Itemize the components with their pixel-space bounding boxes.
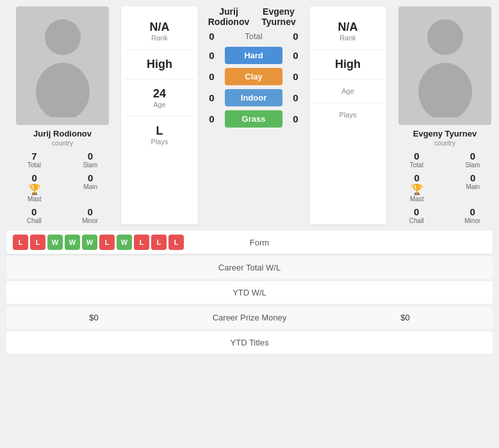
career-wl-label: Career Total W/L xyxy=(172,263,327,272)
right-main-value: 0 xyxy=(466,172,480,183)
left-plays-label: Plays xyxy=(124,138,195,145)
right-player-card: Evgeny Tyurnev country 0 Total 0 Slam 0 … xyxy=(389,6,499,224)
left-plays-value: L xyxy=(124,124,195,138)
right-chall: 0 Chall xyxy=(409,206,424,224)
hard-label: Hard xyxy=(225,47,282,64)
right-player-photo xyxy=(398,6,491,125)
left-middle-stats: N/A Rank High 24 Age L Plays xyxy=(121,6,198,224)
right-name-display: EvgenyTyurnev xyxy=(254,6,304,27)
total-right-score: 0 xyxy=(288,31,304,42)
clay-right-score: 0 xyxy=(288,71,304,82)
form-row: LLWWWLWLLL Form xyxy=(6,231,493,254)
form-badge-l: L xyxy=(30,235,45,250)
left-rank-label: Rank xyxy=(124,34,195,42)
left-slam: 0 Slam xyxy=(83,151,97,169)
left-minor: 0 Minor xyxy=(82,206,98,224)
right-mast-label: Mast xyxy=(410,195,424,203)
right-player-stats-row3: 0 Chall 0 Minor xyxy=(389,206,499,224)
left-age-block: 24 Age xyxy=(124,79,195,117)
right-minor: 0 Minor xyxy=(464,206,480,224)
right-plays-block: Plays xyxy=(313,103,383,126)
svg-point-0 xyxy=(45,19,81,55)
right-player-name: Evgeny Tyurnev xyxy=(413,129,477,138)
svg-point-2 xyxy=(427,19,463,55)
main-container: Jurij Rodionov country 7 Total 0 Slam 0 … xyxy=(0,0,499,354)
left-slam-label: Slam xyxy=(83,162,97,169)
left-player-stats-row3: 0 Chall 0 Minor xyxy=(6,206,119,224)
hard-right-score: 0 xyxy=(288,50,304,61)
left-main: 0 Main xyxy=(83,172,97,203)
clay-row: 0 Clay 0 xyxy=(204,68,304,85)
right-main: 0 Main xyxy=(466,172,480,203)
right-rank-label: Rank xyxy=(313,34,383,42)
right-mast-value: 0 xyxy=(410,172,424,183)
form-badge-w: W xyxy=(82,235,97,250)
left-total: 7 Total xyxy=(28,151,41,169)
comparison-section: Jurij Rodionov country 7 Total 0 Slam 0 … xyxy=(0,0,499,231)
right-plays-label: Plays xyxy=(313,111,383,119)
left-rank-block: N/A Rank xyxy=(124,13,195,50)
form-badge-w: W xyxy=(65,235,80,250)
right-total-value: 0 xyxy=(410,151,423,162)
bottom-section: LLWWWLWLLL Form Career Total W/L YTD W/L… xyxy=(6,231,493,354)
form-badge-l: L xyxy=(151,235,167,250)
total-row: 0 Total 0 xyxy=(204,31,304,42)
left-chall-label: Chall xyxy=(27,217,42,224)
left-player-photo xyxy=(16,6,109,125)
right-rank-value: N/A xyxy=(313,21,383,34)
right-chall-value: 0 xyxy=(409,206,424,217)
center-section: JurijRodionov EvgenyTyurnev 0 Total 0 0 … xyxy=(200,6,307,224)
right-chall-label: Chall xyxy=(409,217,424,224)
left-age-label: Age xyxy=(124,101,195,108)
right-main-label: Main xyxy=(466,183,480,190)
indoor-label: Indoor xyxy=(225,89,282,106)
right-player-country: country xyxy=(434,140,455,147)
ytd-wl-row: YTD W/L xyxy=(6,281,493,304)
left-main-value: 0 xyxy=(83,172,97,183)
form-badge-w: W xyxy=(47,235,63,250)
total-left-score: 0 xyxy=(204,31,220,42)
left-age-value: 24 xyxy=(124,87,195,101)
grass-label: Grass xyxy=(225,110,282,128)
left-total-value: 7 xyxy=(28,151,41,162)
grass-right-score: 0 xyxy=(288,113,304,124)
right-age-label: Age xyxy=(313,87,383,95)
right-rank-block: N/A Rank xyxy=(313,13,383,50)
career-wl-row: Career Total W/L xyxy=(6,256,493,279)
right-middle-stats: N/A Rank High Age Plays xyxy=(309,6,386,224)
grass-row: 0 Grass 0 xyxy=(204,110,304,128)
right-slam-label: Slam xyxy=(465,162,480,169)
hard-left-score: 0 xyxy=(204,50,220,61)
clay-left-score: 0 xyxy=(204,71,220,82)
left-player-name: Jurij Rodionov xyxy=(33,129,92,138)
right-player-stats-row1: 0 Total 0 Slam xyxy=(389,151,499,169)
hard-row: 0 Hard 0 xyxy=(204,47,304,64)
left-player-country: country xyxy=(52,140,73,147)
left-player-stats-row1: 7 Total 0 Slam xyxy=(6,151,119,169)
left-plays-block: L Plays xyxy=(124,117,195,153)
right-mast: 0 🏆 Mast xyxy=(410,172,424,203)
form-badge-l: L xyxy=(99,235,115,250)
right-total-label: Total xyxy=(410,162,423,169)
clay-label: Clay xyxy=(225,68,282,85)
ytd-wl-label: YTD W/L xyxy=(172,288,327,297)
svg-point-1 xyxy=(36,63,90,117)
right-total: 0 Total xyxy=(410,151,423,169)
grass-left-score: 0 xyxy=(204,113,220,124)
right-trophy-icon: 🏆 xyxy=(411,183,423,195)
left-chall: 0 Chall xyxy=(27,206,42,224)
right-slam-value: 0 xyxy=(465,151,480,162)
indoor-right-score: 0 xyxy=(288,92,304,103)
left-trophy-icon: 🏆 xyxy=(28,183,41,195)
left-minor-label: Minor xyxy=(82,217,98,224)
total-label: Total xyxy=(225,31,282,41)
right-minor-label: Minor xyxy=(464,217,480,224)
ytd-titles-label: YTD Titles xyxy=(172,338,327,347)
career-prize-label: Career Prize Money xyxy=(172,313,327,322)
right-player-stats-row2: 0 🏆 Mast 0 Main xyxy=(389,172,499,203)
form-label: Form xyxy=(184,238,335,247)
form-badge-w: W xyxy=(117,235,132,250)
indoor-row: 0 Indoor 0 xyxy=(204,89,304,106)
right-high-block: High xyxy=(313,50,383,79)
right-age-block: Age xyxy=(313,79,383,103)
